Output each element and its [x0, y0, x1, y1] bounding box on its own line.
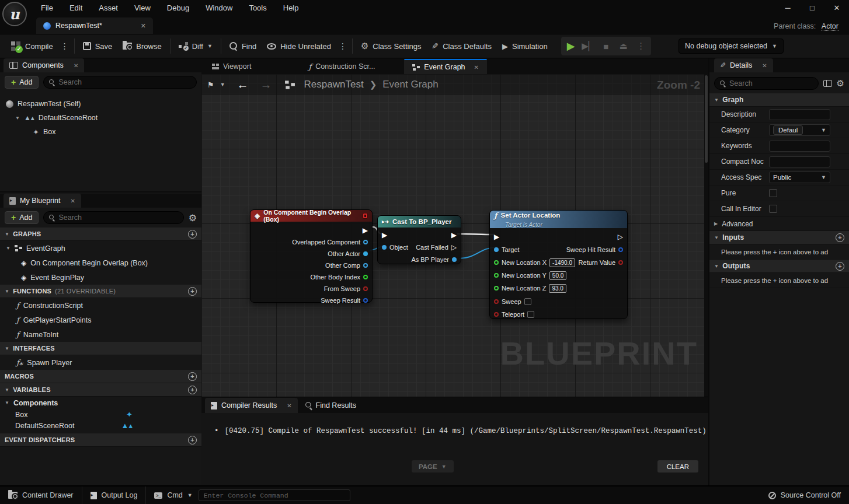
- access-specifier-dropdown[interactable]: Public ▼: [769, 172, 830, 183]
- pin-as-bp-player[interactable]: [452, 257, 457, 262]
- graph-scrollbar[interactable]: [704, 74, 708, 397]
- graph-section-header[interactable]: ▼Graph: [709, 93, 849, 107]
- expand-arrow-icon[interactable]: ▼: [6, 246, 11, 251]
- pin-overlapped-component[interactable]: [363, 240, 368, 244]
- pin-sweep-result[interactable]: [363, 298, 368, 303]
- browse-button[interactable]: Browse: [117, 37, 166, 55]
- add-input-icon[interactable]: +: [836, 233, 844, 242]
- exec-in-pin[interactable]: ▶: [382, 232, 387, 239]
- pin-from-sweep[interactable]: [363, 286, 368, 291]
- cmd-dropdown[interactable]: >_ Cmd ▼: [146, 487, 194, 504]
- exec-out-pin[interactable]: ▶: [363, 227, 368, 234]
- hide-unrelated-button[interactable]: Hide Unrelated: [262, 37, 336, 55]
- components-search[interactable]: [43, 76, 197, 89]
- maximize-button[interactable]: □: [800, 0, 824, 16]
- filter-gear-icon[interactable]: ⚙: [189, 212, 197, 223]
- node-set-actor-location[interactable]: ƒ Set Actor Location Target is Actor ▶ ▷…: [489, 210, 628, 319]
- node-cast-to-bp-player[interactable]: ▸➜ Cast To BP_Player ▶ ▶ Object Cast Fai…: [377, 215, 461, 264]
- debug-object-dropdown[interactable]: No debug object selected▼: [678, 38, 784, 54]
- eventgraph-item[interactable]: ▼ EventGraph: [0, 241, 201, 256]
- compiler-results-tab[interactable]: Compiler Results ✕: [205, 398, 298, 413]
- pin-target[interactable]: [494, 247, 499, 252]
- find-button[interactable]: Find: [224, 37, 262, 55]
- graphs-section-header[interactable]: ▼GRAPHS +: [0, 228, 201, 241]
- variables-components-group[interactable]: ▼ Components: [0, 397, 201, 409]
- pin-new-location-x[interactable]: [494, 260, 499, 265]
- exec-in-pin[interactable]: ▶: [494, 233, 499, 240]
- delegate-pin[interactable]: [363, 213, 368, 219]
- pin-object[interactable]: [382, 245, 387, 250]
- pin-other-body-index[interactable]: [363, 275, 368, 279]
- menu-debug[interactable]: Debug: [159, 0, 197, 16]
- class-defaults-button[interactable]: ✎ Class Defaults: [426, 37, 497, 55]
- tab-event-graph[interactable]: Event Graph ✕: [404, 59, 487, 74]
- breadcrumb-root[interactable]: RespawnTest: [304, 79, 364, 90]
- add-graph-icon[interactable]: +: [188, 230, 197, 239]
- add-component-button[interactable]: + Add: [5, 76, 39, 89]
- variable-box[interactable]: Box ✦: [0, 409, 201, 420]
- variables-section-header[interactable]: ▼VARIABLES +: [0, 383, 201, 397]
- menu-asset[interactable]: Asset: [91, 0, 126, 16]
- spawn-player-item[interactable]: ƒ⁎ Spawn Player: [0, 355, 201, 370]
- menu-window[interactable]: Window: [197, 0, 241, 16]
- add-blueprint-item-button[interactable]: + Add: [5, 211, 39, 224]
- exec-out-pin[interactable]: ▶: [451, 232, 457, 239]
- frame-skip-button[interactable]: ▶▏: [580, 41, 597, 51]
- compile-button[interactable]: ✓ Compile: [6, 37, 58, 55]
- close-icon[interactable]: ✕: [474, 64, 479, 71]
- variable-defaultsceneroot[interactable]: DefaultSceneRoot ▲▴: [0, 420, 201, 431]
- close-button[interactable]: ✕: [824, 0, 849, 16]
- close-tab-icon[interactable]: ✕: [141, 22, 146, 30]
- chevron-down-icon[interactable]: ▼: [220, 82, 225, 88]
- add-function-icon[interactable]: +: [188, 287, 197, 296]
- pin-other-actor[interactable]: [363, 251, 368, 256]
- details-search[interactable]: [714, 77, 819, 90]
- class-settings-button[interactable]: ⚙ Class Settings: [356, 37, 427, 55]
- back-arrow-icon[interactable]: ←: [237, 78, 249, 92]
- close-icon[interactable]: ✕: [287, 402, 291, 409]
- keywords-input[interactable]: [769, 141, 830, 152]
- forward-arrow-icon[interactable]: →: [260, 78, 272, 92]
- play-button[interactable]: ▶: [562, 40, 580, 52]
- page-dropdown[interactable]: PAGE▼: [412, 460, 454, 473]
- pure-checkbox[interactable]: [769, 189, 777, 197]
- add-variable-icon[interactable]: +: [188, 386, 197, 394]
- source-control-button[interactable]: Source Control Off: [760, 487, 849, 504]
- node-on-component-begin-overlap[interactable]: ◈ On Component Begin Overlap (Box) ▶ Ove…: [250, 209, 373, 303]
- value-x-input[interactable]: -1490.0: [549, 258, 575, 267]
- close-icon[interactable]: ✕: [74, 62, 78, 69]
- pin-new-location-z[interactable]: [494, 286, 499, 290]
- components-search-input[interactable]: [58, 78, 191, 86]
- clear-button[interactable]: CLEAR: [657, 460, 698, 473]
- pin-sweep[interactable]: [494, 299, 499, 304]
- stop-button[interactable]: ■: [597, 41, 615, 51]
- compact-node-input[interactable]: [769, 156, 830, 167]
- find-results-tab[interactable]: Find Results: [298, 398, 364, 413]
- expand-arrow-icon[interactable]: ▼: [15, 116, 20, 121]
- bookmark-icon[interactable]: ⚑: [207, 80, 214, 89]
- event-dispatchers-section-header[interactable]: EVENT DISPATCHERS +: [0, 433, 201, 447]
- menu-tools[interactable]: Tools: [241, 0, 274, 16]
- nametoint-item[interactable]: ƒ NameToInt: [0, 327, 201, 342]
- sweep-checkbox[interactable]: [524, 298, 531, 305]
- menu-view[interactable]: View: [126, 0, 159, 16]
- add-output-icon[interactable]: +: [836, 262, 844, 271]
- hide-unrelated-options-icon[interactable]: ⋮: [336, 41, 349, 51]
- add-dispatcher-icon[interactable]: +: [188, 436, 197, 444]
- tab-viewport[interactable]: Viewport: [204, 59, 259, 74]
- add-macro-icon[interactable]: +: [188, 372, 197, 381]
- pin-teleport[interactable]: [494, 312, 499, 317]
- console-command-input[interactable]: [204, 492, 345, 499]
- output-log-button[interactable]: Output Log: [82, 487, 146, 504]
- parent-class-link[interactable]: Actor: [822, 22, 838, 31]
- property-matrix-icon[interactable]: [823, 80, 832, 87]
- pin-return-value[interactable]: [618, 260, 623, 265]
- details-search-input[interactable]: [729, 79, 813, 88]
- menu-help[interactable]: Help: [275, 0, 307, 16]
- category-dropdown[interactable]: Defaul ▼: [769, 124, 830, 136]
- my-blueprint-search[interactable]: [43, 211, 183, 224]
- unreal-logo-icon[interactable]: u: [2, 2, 27, 26]
- close-icon[interactable]: ✕: [762, 62, 767, 69]
- my-blueprint-tab[interactable]: My Blueprint ✕: [4, 194, 81, 208]
- minimize-button[interactable]: ─: [775, 0, 800, 16]
